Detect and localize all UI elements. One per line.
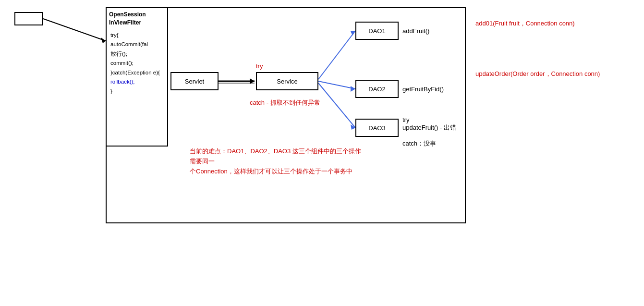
dao3-box: DAO3 (355, 119, 399, 137)
try-label: try (256, 62, 263, 70)
small-rect-indicator (14, 12, 43, 25)
dao1-label: DAO1 (368, 27, 385, 35)
service-label: Service (277, 78, 297, 85)
catch-label: catch - 抓取不到任何异常 (250, 98, 320, 107)
code-line-3: 放行(); (110, 49, 165, 59)
code-line-2: autoCommit(fal (110, 40, 165, 49)
note-text: 当前的难点：DAO1、DAO2、DAO3 这三个组件中的三个操作需要同一 个Co… (190, 147, 363, 176)
dao3-label: DAO3 (368, 124, 385, 132)
code-line-5: }catch(Exception e){ (110, 68, 165, 78)
filter-box-title: OpenSession InViewFilter (107, 8, 167, 28)
dao1-box: DAO1 (355, 22, 399, 40)
filter-box-content: try{ autoCommit(fal 放行(); commit(); }cat… (107, 28, 167, 99)
note-line-2: 个Connection，这样我们才可以让三个操作处于一个事务中 (190, 167, 363, 177)
right-annotation-1: add01(Fruit fruit，Connection conn) (475, 19, 575, 28)
svg-marker-1 (101, 37, 106, 43)
dao2-label: DAO2 (368, 86, 385, 93)
dao2-box: DAO2 (355, 80, 399, 98)
servlet-label: Servlet (185, 78, 204, 85)
servlet-box: Servlet (170, 72, 219, 90)
note-line-1: 当前的难点：DAO1、DAO2、DAO3 这三个组件中的三个操作需要同一 (190, 147, 363, 167)
dao2-method: getFruitByFid() (402, 86, 444, 93)
filter-box: OpenSession InViewFilter try{ autoCommit… (106, 7, 168, 147)
dao1-method: addFruit() (402, 27, 429, 35)
code-line-1: try{ (110, 31, 165, 40)
code-line-4: commit(); (110, 59, 165, 68)
right-annotation-2: updateOrder(Order order，Connection conn) (475, 70, 600, 78)
svg-line-0 (43, 19, 106, 41)
dao3-catch: catch：没事 (402, 139, 436, 148)
service-box: Service (256, 72, 318, 90)
code-line-7: } (110, 87, 165, 97)
code-line-6: rollback(); (110, 77, 165, 87)
dao3-try: try updateFruit() - 出错 (402, 116, 456, 132)
